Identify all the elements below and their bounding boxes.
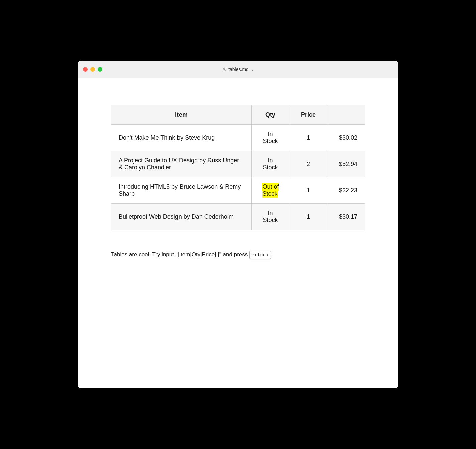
file-icon: ✳ [222, 66, 226, 72]
cell-qty-num: 1 [289, 177, 327, 204]
header-item: Item [111, 105, 252, 125]
table-row: Don't Make Me Think by Steve KrugInStock… [111, 125, 365, 151]
return-key: return [249, 251, 271, 259]
footer-text: Tables are cool. Try input "|item|Qty|Pr… [111, 250, 365, 259]
cell-qty-num: 1 [289, 125, 327, 151]
close-button[interactable] [83, 67, 88, 72]
header-extra [327, 105, 365, 125]
dropdown-icon[interactable]: ⌄ [251, 67, 254, 72]
table-header-row: Item Qty Price [111, 105, 365, 125]
cell-price: $30.17 [327, 204, 365, 230]
cell-price: $52.94 [327, 151, 365, 177]
cell-qty: Out ofStock [251, 177, 289, 204]
cell-price: $30.02 [327, 125, 365, 151]
cell-item: Don't Make Me Think by Steve Krug [111, 125, 252, 151]
cell-item: Introducing HTML5 by Bruce Lawson & Remy… [111, 177, 252, 204]
maximize-button[interactable] [98, 67, 102, 72]
window-controls [83, 67, 102, 72]
cell-item: A Project Guide to UX Design by Russ Ung… [111, 151, 252, 177]
header-price: Price [289, 105, 327, 125]
table-row: A Project Guide to UX Design by Russ Ung… [111, 151, 365, 177]
cell-item: Bulletproof Web Design by Dan Cederholm [111, 204, 252, 230]
app-window: ✳ tables.md ⌄ Item Qty Price Don't Make … [78, 61, 398, 388]
titlebar-center: ✳ tables.md ⌄ [222, 66, 254, 72]
content-area: Item Qty Price Don't Make Me Think by St… [78, 78, 398, 388]
items-table: Item Qty Price Don't Make Me Think by St… [111, 105, 365, 230]
cell-qty-num: 2 [289, 151, 327, 177]
minimize-button[interactable] [90, 67, 95, 72]
cell-qty: InStock [251, 151, 289, 177]
table-row: Bulletproof Web Design by Dan CederholmI… [111, 204, 365, 230]
table-row: Introducing HTML5 by Bruce Lawson & Remy… [111, 177, 365, 204]
filename-label: tables.md [228, 67, 249, 72]
footer-text-after: . [271, 251, 273, 258]
titlebar: ✳ tables.md ⌄ [78, 61, 398, 78]
out-of-stock-badge: Out ofStock [262, 183, 279, 198]
footer-text-before: Tables are cool. Try input "|item|Qty|Pr… [111, 251, 248, 258]
cell-price: $22.23 [327, 177, 365, 204]
cell-qty: InStock [251, 125, 289, 151]
cell-qty-num: 1 [289, 204, 327, 230]
header-qty: Qty [251, 105, 289, 125]
cell-qty: InStock [251, 204, 289, 230]
